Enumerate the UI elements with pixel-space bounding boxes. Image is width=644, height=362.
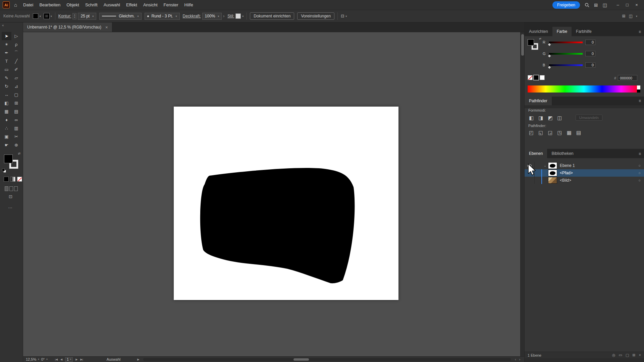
- zoom-tool[interactable]: ⊕: [11, 141, 21, 149]
- fill-indicator[interactable]: [4, 155, 13, 163]
- curvature-tool[interactable]: ⌒: [11, 49, 21, 57]
- status-menu-icon[interactable]: ▶: [137, 358, 139, 361]
- workspace-switcher-icon[interactable]: ◫: [603, 2, 607, 8]
- panel-menu-icon[interactable]: ≡: [639, 99, 641, 103]
- slider-thumb[interactable]: [548, 54, 551, 57]
- type-tool[interactable]: T: [2, 57, 11, 65]
- shaper-tool[interactable]: ✎: [2, 74, 11, 82]
- trim-icon[interactable]: ◱: [538, 130, 543, 135]
- brush-dropdown[interactable]: Rund - 3 Pt. ▾: [145, 13, 180, 20]
- menu-schrift[interactable]: Schrift: [82, 1, 101, 9]
- minimize-button[interactable]: –: [613, 0, 623, 10]
- red-channel-slider[interactable]: [549, 42, 583, 43]
- hand-tool[interactable]: ☛: [2, 141, 11, 149]
- document-tab[interactable]: Unbenannt-1* @ 12,5 % (RGB/Vorschau) ×: [23, 22, 112, 32]
- magic-wand-tool[interactable]: ✶: [2, 40, 11, 49]
- line-segment-tool[interactable]: ╱: [11, 57, 21, 65]
- blue-channel-slider[interactable]: [549, 64, 583, 66]
- menu-auswahl[interactable]: Auswahl: [101, 1, 123, 9]
- style-swatch[interactable]: [235, 13, 241, 19]
- close-button[interactable]: ×: [632, 0, 641, 10]
- green-channel-value[interactable]: 0: [585, 51, 595, 56]
- horizontal-scrollbar-thumb[interactable]: [293, 358, 309, 361]
- stroke-width-dropdown[interactable]: 25 pt ▾: [78, 13, 96, 20]
- document-setup-button[interactable]: Dokument einrichten: [250, 12, 294, 20]
- workspace-panels-icon[interactable]: ◫: [629, 14, 633, 18]
- symbol-sprayer-tool[interactable]: ∴: [2, 124, 11, 132]
- visibility-column[interactable]: [525, 177, 535, 184]
- tab-bibliotheken[interactable]: Bibliotheken: [547, 149, 578, 158]
- eyedropper-tool[interactable]: ♦: [2, 116, 11, 124]
- draw-normal-icon[interactable]: [5, 186, 8, 191]
- green-channel-slider[interactable]: [549, 53, 583, 55]
- stroke-width-stepper[interactable]: ▴ ▾: [72, 13, 76, 19]
- crop-icon[interactable]: ◳: [557, 130, 562, 135]
- stepper-up-icon[interactable]: ▴: [74, 14, 75, 16]
- menu-objekt[interactable]: Objekt: [63, 1, 82, 9]
- menu-bearbeiten[interactable]: Bearbeiten: [36, 1, 63, 9]
- menu-hilfe[interactable]: Hilfe: [181, 1, 196, 9]
- clip-mask-icon[interactable]: ▭: [619, 353, 622, 357]
- panel-menu-icon[interactable]: ≡: [639, 29, 641, 34]
- shape-builder-tool[interactable]: ◧: [2, 99, 11, 107]
- divide-icon[interactable]: ◰: [529, 130, 534, 135]
- rotate-tool[interactable]: ↻: [2, 82, 11, 90]
- new-layer-icon[interactable]: ⊞: [632, 353, 635, 357]
- outline-icon[interactable]: ▦: [567, 130, 572, 135]
- scale-tool[interactable]: ⊿: [11, 82, 21, 90]
- convert-button[interactable]: Umwandeln: [576, 115, 602, 121]
- intersect-icon[interactable]: ◩: [548, 115, 552, 120]
- panel-fill-indicator[interactable]: [528, 39, 534, 46]
- target-circle-icon[interactable]: ○: [638, 164, 641, 168]
- lasso-tool[interactable]: ρ: [11, 40, 21, 49]
- horizontal-scrollbar[interactable]: [143, 358, 511, 361]
- arrange-documents-icon[interactable]: ⊞: [594, 2, 598, 8]
- layer-row-bild[interactable]: <Bild> ○: [525, 177, 644, 184]
- red-channel-value[interactable]: 0: [585, 40, 595, 45]
- tab-farbhilfe[interactable]: Farbhilfe: [572, 27, 596, 36]
- gradient-tool[interactable]: ▤: [11, 107, 21, 116]
- opacity-label[interactable]: Deckkraft:: [183, 14, 201, 18]
- tab-pathfinder[interactable]: Pathfinder: [525, 97, 552, 105]
- options-menu-control[interactable]: ⊡ ▾: [341, 14, 347, 18]
- none-swatch[interactable]: [528, 75, 533, 80]
- expand-layer-icon[interactable]: ⌄: [542, 164, 548, 167]
- unite-icon[interactable]: ◧: [529, 115, 534, 120]
- layer-name[interactable]: Ebene 1: [560, 163, 575, 168]
- fill-color-control[interactable]: ▾: [33, 13, 41, 19]
- tab-ebenen[interactable]: Ebenen: [525, 149, 547, 158]
- menu-datei[interactable]: Datei: [20, 1, 36, 9]
- new-sublayer-icon[interactable]: ▢: [626, 353, 629, 357]
- canvas[interactable]: [23, 32, 520, 356]
- more-options-icon[interactable]: ›: [223, 14, 224, 18]
- rotation-dropdown[interactable]: 0° ▾: [41, 357, 48, 361]
- fill-swatch[interactable]: [33, 13, 38, 19]
- delete-layer-icon[interactable]: ×: [639, 353, 641, 357]
- collapse-toolbar-icon[interactable]: «: [2, 23, 4, 27]
- preferences-button[interactable]: Voreinstellungen: [297, 12, 334, 20]
- slice-tool[interactable]: ✂: [11, 132, 21, 141]
- tab-ausrichten[interactable]: Ausrichten: [525, 27, 552, 36]
- column-graph-tool[interactable]: ▥: [11, 124, 21, 132]
- previous-artboard-icon[interactable]: ◀: [60, 358, 62, 361]
- selection-tool[interactable]: ➤: [2, 32, 11, 40]
- paintbrush-tool[interactable]: ✐: [11, 65, 21, 74]
- last-artboard-icon[interactable]: ▶|: [80, 358, 83, 361]
- free-transform-tool[interactable]: ▢: [11, 90, 21, 99]
- mesh-tool[interactable]: ▦: [2, 107, 11, 116]
- menu-effekt[interactable]: Effekt: [123, 1, 140, 9]
- image-thumbnail[interactable]: [548, 177, 557, 184]
- perspective-grid-tool[interactable]: ⊞: [11, 99, 21, 107]
- slider-thumb[interactable]: [548, 66, 551, 68]
- layer-row-pfad[interactable]: <Pfad> ○: [525, 169, 644, 177]
- panel-menu-icon[interactable]: ≡: [639, 152, 641, 156]
- home-icon[interactable]: ⌂: [11, 2, 20, 8]
- hex-value-field[interactable]: 000000: [618, 75, 637, 81]
- none-button[interactable]: [17, 177, 22, 182]
- style-label[interactable]: Stil:: [227, 14, 234, 18]
- swap-fill-stroke-icon[interactable]: ⇄: [18, 152, 20, 155]
- white-swatch[interactable]: [540, 75, 545, 80]
- black-shape[interactable]: [174, 107, 398, 300]
- exclude-icon[interactable]: ◫: [557, 115, 562, 120]
- draw-behind-icon[interactable]: [9, 186, 13, 191]
